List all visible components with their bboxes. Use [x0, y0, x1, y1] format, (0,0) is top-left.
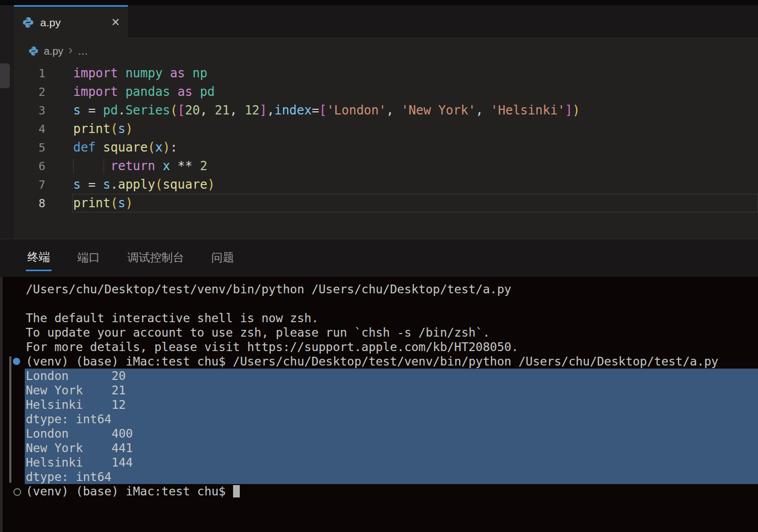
terminal[interactable]: /Users/chu/Desktop/test/venv/bin/python …: [0, 277, 758, 532]
terminal-line-selected[interactable]: dtype: int64: [25, 470, 758, 484]
terminal-line-selected[interactable]: dtype: int64: [25, 412, 758, 426]
code-token: .: [110, 177, 118, 192]
terminal-command-guide: [9, 356, 11, 483]
panel-tab-bar: 终端端口调试控制台问题: [0, 239, 758, 277]
terminal-line[interactable]: For more details, please visit https://s…: [0, 340, 758, 354]
panel-tab-problems[interactable]: 问题: [210, 246, 236, 270]
code-token: [: [177, 103, 185, 118]
code-token: s: [118, 122, 125, 136]
terminal-line[interactable]: The default interactive shell is now zsh…: [0, 311, 758, 325]
terminal-line[interactable]: (venv) (base) iMac:test chu$: [0, 484, 758, 498]
code-token: .: [118, 103, 125, 118]
terminal-line-selected[interactable]: New York 441: [25, 441, 758, 455]
terminal-line[interactable]: To update your account to use zsh, pleas…: [0, 325, 758, 340]
terminal-line-selected[interactable]: Helsinki 144: [25, 455, 758, 470]
code-token: numpy: [125, 66, 170, 80]
terminal-text: London 400: [26, 427, 133, 440]
code-token: 'New York': [401, 103, 476, 118]
indent-guide: [73, 158, 104, 174]
code-token: def: [73, 140, 103, 155]
terminal-text: (venv) (base) iMac:test chu$: [26, 485, 233, 498]
editor-tab-bar: a.py ×: [0, 5, 758, 38]
command-success-decoration-icon[interactable]: [13, 358, 20, 365]
panel-tab-debug-console[interactable]: 调试控制台: [126, 246, 186, 270]
breadcrumb-file[interactable]: a.py: [44, 45, 63, 57]
code-line[interactable]: 4print(s): [0, 120, 758, 138]
panel-tab-ports[interactable]: 端口: [76, 246, 102, 270]
code-line[interactable]: 8print(s): [0, 194, 758, 212]
terminal-line-selected[interactable]: New York 21: [25, 383, 758, 397]
code-token: 12: [244, 103, 259, 118]
code-token: x: [155, 140, 162, 155]
tab-a-py[interactable]: a.py ×: [14, 5, 128, 38]
code-token: ,: [267, 103, 274, 118]
left-edge: [0, 5, 14, 239]
panel-tab-terminal[interactable]: 终端: [26, 245, 52, 271]
code-line[interactable]: 3s = pd.Series([20, 21, 12],index=['Lond…: [0, 101, 758, 120]
terminal-text: (venv) (base) iMac:test chu$ /Users/chu/…: [26, 355, 718, 368]
terminal-text: To update your account to use zsh, pleas…: [26, 326, 490, 339]
code-token: s: [73, 177, 88, 192]
code-token: =: [88, 103, 103, 118]
code-token: pd: [200, 85, 215, 99]
chevron-right-icon: ›: [69, 43, 73, 57]
terminal-text: dtype: int64: [26, 470, 111, 484]
terminal-text: The default interactive shell is now zsh…: [26, 311, 319, 325]
code-token: square: [103, 140, 148, 155]
terminal-line[interactable]: [0, 296, 758, 311]
code-token: index: [274, 103, 311, 118]
terminal-text: Helsinki 144: [26, 456, 133, 469]
code-line[interactable]: 6 return x ** 2: [0, 157, 758, 175]
code-token: s: [118, 196, 125, 210]
command-prompt-decoration-icon[interactable]: [13, 488, 21, 496]
code-token: ): [125, 122, 133, 136]
terminal-text: For more details, please visit https://s…: [26, 340, 518, 354]
terminal-line-selected[interactable]: Helsinki 12: [25, 397, 758, 412]
code-token: as: [170, 66, 192, 80]
code-token: apply: [118, 177, 155, 192]
code-token: ,: [475, 103, 490, 118]
code-token: **: [177, 159, 200, 173]
code-token: x: [162, 159, 177, 173]
terminal-text: New York 441: [26, 441, 133, 455]
editor-area[interactable]: a.py › … 1import numpy as np2import pand…: [0, 38, 758, 239]
code-editor[interactable]: 1import numpy as np2import pandas as pd3…: [0, 64, 758, 212]
code-token: import: [73, 85, 125, 99]
close-tab-icon[interactable]: ×: [111, 15, 120, 29]
terminal-line-selected[interactable]: London 400: [25, 426, 758, 441]
code-token: pandas: [125, 85, 177, 99]
code-token: np: [192, 66, 207, 80]
code-token: [: [319, 103, 326, 118]
breadcrumb: a.py › …: [0, 38, 758, 64]
code-token: ,: [386, 103, 401, 118]
code-token: (: [155, 177, 162, 192]
code-token: s: [103, 177, 110, 192]
code-line[interactable]: 7s = s.apply(square): [0, 175, 758, 194]
code-token: as: [177, 85, 200, 99]
terminal-left-edge: [0, 277, 3, 532]
terminal-text: New York 21: [26, 384, 126, 397]
code-token: import: [73, 66, 125, 80]
code-token: 20: [185, 103, 200, 118]
code-token: print: [73, 122, 110, 136]
code-token: ): [572, 103, 580, 118]
code-token: 'Helsinki': [490, 103, 565, 118]
code-token: 21: [215, 103, 230, 118]
terminal-line[interactable]: /Users/chu/Desktop/test/venv/bin/python …: [0, 282, 758, 296]
code-token: ,: [200, 103, 215, 118]
window-top-edge: [0, 0, 758, 5]
terminal-line[interactable]: (venv) (base) iMac:test chu$ /Users/chu/…: [0, 354, 758, 369]
code-token: (: [110, 196, 118, 210]
breadcrumb-more[interactable]: …: [78, 45, 89, 57]
code-token: 2: [200, 159, 207, 173]
code-token: ]: [565, 103, 572, 118]
code-line[interactable]: 5def square(x):: [0, 138, 758, 157]
code-line[interactable]: 1import numpy as np: [0, 64, 758, 82]
sidebar-drag-handle[interactable]: [0, 63, 10, 88]
terminal-text: dtype: int64: [26, 412, 111, 426]
code-token: ): [162, 140, 170, 155]
terminal-text: London 20: [26, 369, 126, 383]
terminal-line-selected[interactable]: London 20: [25, 369, 758, 383]
code-line[interactable]: 2import pandas as pd: [0, 82, 758, 101]
code-token: :: [170, 140, 177, 155]
